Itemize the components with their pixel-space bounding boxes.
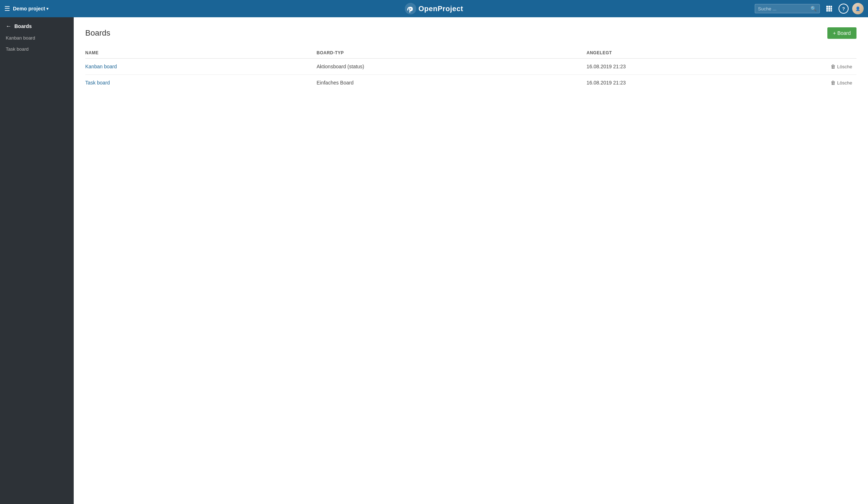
svg-rect-7 bbox=[831, 8, 832, 10]
column-header-name: NAME bbox=[85, 47, 317, 59]
svg-rect-2 bbox=[826, 6, 828, 8]
app-body: ← Boards Kanban board Task board Boards … bbox=[0, 17, 868, 504]
column-header-created: ANGELEGT bbox=[586, 47, 779, 59]
back-arrow-icon: ← bbox=[6, 23, 12, 29]
svg-rect-5 bbox=[826, 8, 828, 10]
page-header: Boards + Board bbox=[85, 27, 856, 39]
delete-label: Lösche bbox=[837, 64, 852, 69]
svg-rect-4 bbox=[831, 6, 832, 8]
delete-label: Lösche bbox=[837, 80, 852, 86]
trash-icon: 🗑 bbox=[831, 80, 836, 86]
sidebar-back-label: Boards bbox=[14, 23, 32, 29]
grid-icon-svg bbox=[826, 5, 832, 12]
table-row: Task board Einfaches Board 16.08.2019 21… bbox=[85, 75, 856, 91]
help-icon[interactable]: ? bbox=[839, 4, 849, 14]
svg-rect-9 bbox=[828, 10, 830, 12]
hamburger-menu-icon[interactable]: ☰ bbox=[4, 5, 10, 13]
boards-table: NAME BOARD-TYP ANGELEGT Kanban board Akt… bbox=[85, 47, 856, 91]
boards-table-body: Kanban board Aktionsboard (status) 16.08… bbox=[85, 59, 856, 91]
user-avatar[interactable]: 👤 bbox=[852, 3, 864, 14]
board-type-cell: Aktionsboard (status) bbox=[317, 59, 587, 75]
board-name-cell: Task board bbox=[85, 75, 317, 91]
openproject-logo-text: OpenProject bbox=[419, 5, 463, 13]
search-input[interactable] bbox=[758, 6, 808, 12]
top-navigation: ☰ Demo project ▾ OpenProject 🔍 bbox=[0, 0, 868, 17]
sidebar-nav: Kanban board Task board bbox=[0, 32, 74, 55]
column-header-type: BOARD-TYP bbox=[317, 47, 587, 59]
project-name-label: Demo project bbox=[13, 6, 45, 12]
main-content: Boards + Board NAME BOARD-TYP ANGELEGT K… bbox=[74, 17, 868, 504]
table-header: NAME BOARD-TYP ANGELEGT bbox=[85, 47, 856, 59]
board-date-cell: 16.08.2019 21:23 bbox=[586, 59, 779, 75]
trash-icon: 🗑 bbox=[831, 64, 836, 69]
board-name-link-0[interactable]: Kanban board bbox=[85, 64, 117, 69]
search-box[interactable]: 🔍 bbox=[755, 4, 820, 13]
sidebar-item-kanban-board[interactable]: Kanban board bbox=[0, 32, 74, 43]
delete-board-button-1[interactable]: 🗑 Lösche bbox=[831, 80, 852, 86]
logo-area: OpenProject bbox=[405, 3, 463, 14]
avatar-initials: 👤 bbox=[855, 6, 860, 11]
board-name-cell: Kanban board bbox=[85, 59, 317, 75]
delete-board-button-0[interactable]: 🗑 Lösche bbox=[831, 64, 852, 69]
svg-rect-6 bbox=[828, 8, 830, 10]
chevron-down-icon: ▾ bbox=[46, 6, 49, 11]
column-header-action bbox=[780, 47, 857, 59]
openproject-logo-icon bbox=[405, 3, 416, 14]
page-title: Boards bbox=[85, 28, 110, 38]
add-board-button[interactable]: + Board bbox=[827, 27, 856, 39]
board-delete-cell: 🗑 Lösche bbox=[780, 59, 857, 75]
table-row: Kanban board Aktionsboard (status) 16.08… bbox=[85, 59, 856, 75]
board-delete-cell: 🗑 Lösche bbox=[780, 75, 857, 91]
svg-rect-8 bbox=[826, 10, 828, 12]
svg-rect-10 bbox=[831, 10, 832, 12]
grid-menu-icon[interactable] bbox=[823, 3, 835, 14]
sidebar: ← Boards Kanban board Task board bbox=[0, 17, 74, 504]
sidebar-item-task-board[interactable]: Task board bbox=[0, 43, 74, 55]
board-name-link-1[interactable]: Task board bbox=[85, 80, 110, 86]
sidebar-back-link[interactable]: ← Boards bbox=[0, 17, 74, 32]
board-date-cell: 16.08.2019 21:23 bbox=[586, 75, 779, 91]
svg-rect-3 bbox=[828, 6, 830, 8]
project-selector[interactable]: Demo project ▾ bbox=[13, 6, 49, 12]
board-type-cell: Einfaches Board bbox=[317, 75, 587, 91]
svg-point-0 bbox=[405, 3, 416, 14]
search-icon: 🔍 bbox=[810, 6, 817, 12]
